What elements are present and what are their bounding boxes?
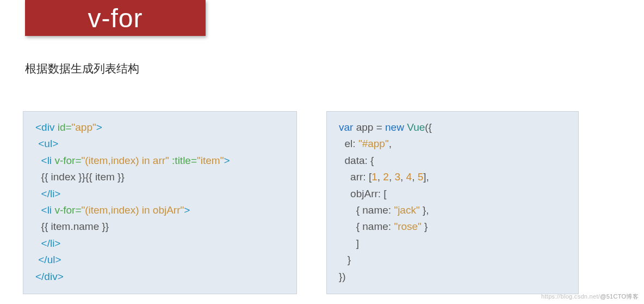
code-token: { name: [339,204,394,216]
watermark-handle: @51CTO博客 [600,293,639,300]
watermark-url: https://blog.csdn.net/ [541,293,600,300]
code-token: v-for= [54,204,81,216]
code-token: > [96,121,102,133]
code-token: } [422,221,428,232]
code-token: } [339,254,351,265]
code-token: , [389,171,395,183]
code-token: Vue [407,121,425,133]
code-token: ] [339,238,359,249]
code-token: id= [58,121,72,133]
code-token: 2 [383,171,389,183]
code-token: {{ index }}{{ item }} [35,171,125,183]
code-token: objArr: [ [339,188,387,199]
code-token: data: { [339,155,374,166]
code-token: app = [353,121,385,133]
code-token: <div [35,121,58,133]
code-token: ], [423,171,429,183]
code-token: "item" [197,155,224,166]
code-token: <li [35,155,54,166]
code-token: </li> [35,238,60,249]
code-token: arr: [ [339,171,371,183]
code-token: new [385,121,404,133]
code-token: , [377,171,383,183]
code-token: }) [339,271,346,282]
code-token: ({ [425,121,432,133]
code-token: , [389,138,392,149]
code-block-html: <div id="app"> <ul> <li v-for="(item,ind… [23,111,297,294]
code-token: "jack" [394,204,419,216]
code-token: var [339,121,353,133]
code-token: 3 [394,171,400,183]
code-token: { name: [339,221,394,232]
code-token: , [412,171,418,183]
code-block-js: var app = new Vue({ el: "#app", data: { … [326,111,579,294]
code-token: 1 [371,171,377,183]
code-token: > [184,204,190,216]
title-badge: v-for [25,0,206,36]
code-token: :title= [172,155,197,166]
code-token: > [224,155,230,166]
watermark: https://blog.csdn.net/@51CTO博客 [541,293,639,301]
code-token: </div> [35,271,64,282]
code-token: v-for= [54,155,81,166]
subtitle-text: 根据数据生成列表结构 [25,62,139,75]
code-token: </li> [35,188,60,199]
code-token: , [400,171,406,183]
code-token: 5 [418,171,424,183]
code-token: 4 [406,171,412,183]
code-token: "(item,index) in objArr" [81,204,184,216]
title-text: v-for [88,3,143,33]
code-token: el: [339,138,358,149]
code-token: </ul> [35,254,61,265]
code-token: "rose" [394,221,421,232]
code-token: }, [420,204,429,216]
subtitle: 根据数据生成列表结构 [25,61,139,76]
code-token: "app" [72,121,96,133]
code-token: "#app" [358,138,389,149]
code-token: {{ item.name }} [35,221,109,232]
code-token: <li [35,204,54,216]
code-token: "(item,index) in arr" [81,155,169,166]
code-token: <ul> [35,138,58,149]
